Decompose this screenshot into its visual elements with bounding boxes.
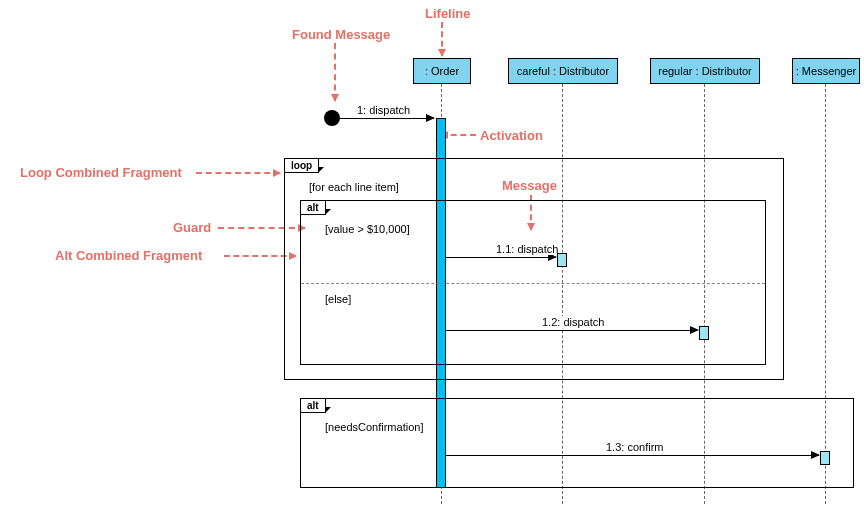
arrow-icon	[196, 172, 280, 174]
divider	[301, 283, 765, 284]
message-1-3	[446, 455, 819, 456]
message-found	[340, 118, 434, 119]
message-1-2	[446, 330, 698, 331]
annotation-activation: Activation	[480, 128, 543, 143]
annotation-loop: Loop Combined Fragment	[20, 165, 182, 180]
arrow-icon	[441, 134, 476, 136]
annotation-alt: Alt Combined Fragment	[55, 248, 202, 263]
fragment-alt1: alt [value > $10,000] [else]	[300, 200, 766, 365]
sequence-diagram: Lifeline Found Message Activation Loop C…	[0, 0, 864, 514]
annotation-lifeline: Lifeline	[425, 6, 471, 21]
lifeline-box-order: : Order	[413, 58, 471, 84]
activation-careful	[557, 253, 567, 267]
guard-alt1-2: [else]	[325, 293, 351, 305]
message-label-1-1: 1.1: dispatch	[494, 243, 560, 255]
guard-loop: [for each line item]	[309, 181, 399, 193]
annotation-found-message: Found Message	[292, 27, 390, 42]
message-label-1-2: 1.2: dispatch	[540, 316, 606, 328]
activation-regular	[699, 326, 709, 340]
fragment-label-alt2: alt	[301, 399, 326, 413]
lifeline-box-messenger: : Messenger	[792, 58, 860, 84]
guard-alt1-1: [value > $10,000]	[325, 223, 410, 235]
message-1-1	[446, 257, 556, 258]
message-label-1-3: 1.3: confirm	[604, 441, 665, 453]
fragment-label-loop: loop	[285, 159, 319, 173]
message-label-1: 1: dispatch	[355, 104, 412, 116]
fragment-alt2: alt [needsConfirmation]	[300, 398, 854, 488]
activation-messenger	[820, 451, 830, 465]
annotation-guard: Guard	[173, 220, 211, 235]
fragment-label-alt1: alt	[301, 201, 326, 215]
guard-alt2: [needsConfirmation]	[325, 421, 423, 433]
found-origin-icon	[324, 110, 340, 126]
lifeline-box-regular: regular : Distributor	[650, 58, 760, 84]
arrow-icon	[441, 22, 443, 56]
lifeline-box-careful: careful : Distributor	[508, 58, 618, 84]
arrow-icon	[334, 43, 336, 101]
